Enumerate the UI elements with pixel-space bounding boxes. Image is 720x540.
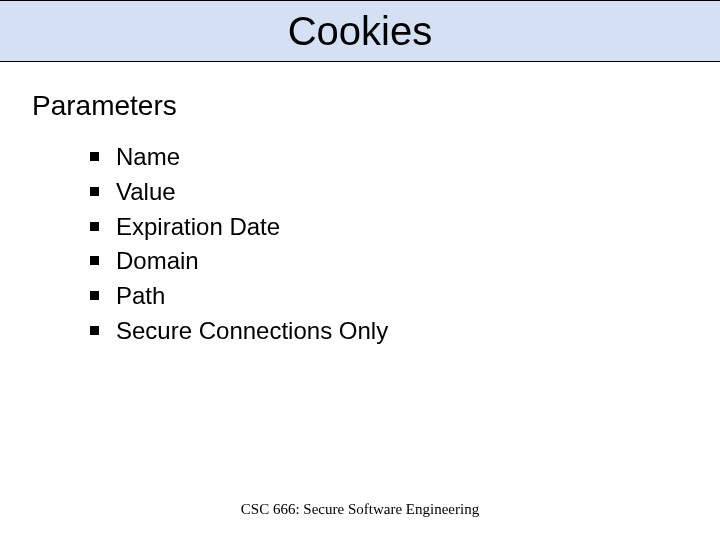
section-heading: Parameters — [32, 90, 720, 122]
list-item: Expiration Date — [90, 210, 720, 245]
footer-text: CSC 666: Secure Software Engineering — [0, 501, 720, 518]
list-item: Path — [90, 279, 720, 314]
bullet-list: Name Value Expiration Date Domain Path S… — [90, 140, 720, 349]
list-item: Domain — [90, 244, 720, 279]
list-item: Secure Connections Only — [90, 314, 720, 349]
list-item: Value — [90, 175, 720, 210]
title-bar: Cookies — [0, 0, 720, 62]
slide-title: Cookies — [288, 9, 433, 54]
list-item: Name — [90, 140, 720, 175]
